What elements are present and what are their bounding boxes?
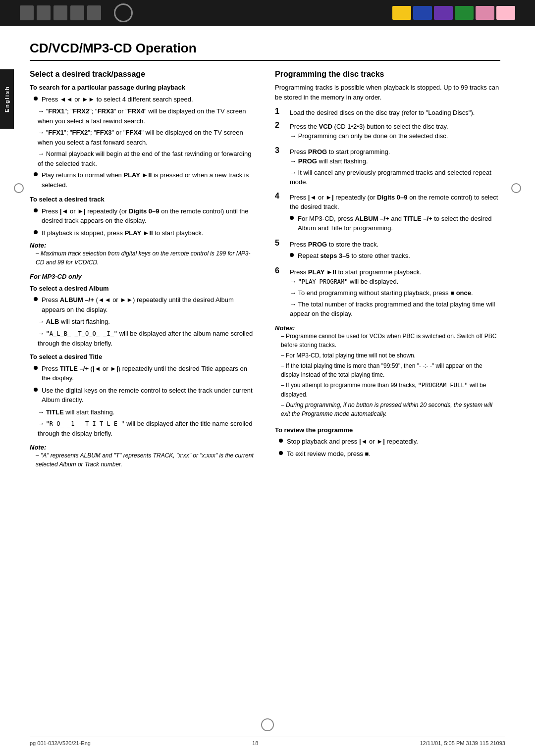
- color-block-yellow: [392, 6, 411, 20]
- step-content-5: Press PROG to store the track. Repeat st…: [290, 240, 500, 263]
- arrow-item: "R̲O̲ ̲1̲ ̲T̲I̲T̲L̲E̲" will be displayed…: [30, 419, 255, 439]
- note-section-mp3: Note: "A" represents ALBUM and "T" repre…: [30, 444, 255, 469]
- arrow-item: → PROG will start flashing.: [290, 156, 500, 166]
- left-section-heading: Select a desired track/passage: [30, 70, 255, 79]
- page-title: CD/VCD/MP3-CD Operation: [30, 41, 500, 61]
- step-content-1: Load the desired discs on the disc tray …: [290, 108, 500, 118]
- list-item: Use the digital keys on the remote contr…: [30, 386, 255, 405]
- step-content-6: Press PLAY ►II to start programme playba…: [290, 267, 500, 320]
- header-block-1: [20, 5, 34, 20]
- color-block-purple: [434, 6, 453, 20]
- list-item: Stop playback and press |◄ or ►| repeate…: [275, 437, 500, 447]
- footer-left: pg 001-032/V520/21-Eng: [30, 740, 91, 746]
- mp3cd-label: For MP3-CD only: [30, 272, 255, 282]
- step-num-2: 2: [275, 121, 287, 130]
- note-dash: If the total playing time is more than "…: [275, 361, 500, 379]
- header-block-4: [70, 5, 84, 20]
- arrow-item: → The total number of tracks programmed …: [290, 300, 500, 319]
- review-heading: To review the programme: [275, 425, 500, 435]
- list-item: Play returns to normal when PLAY ►II is …: [30, 170, 255, 190]
- select-title-heading: To select a desired Title: [30, 352, 255, 362]
- step-num-1: 1: [275, 107, 287, 116]
- arrow-item: "FFX1"; "FFX2"; "FFX3" or "FFX4" will be…: [30, 128, 255, 147]
- circle-decoration-left: [14, 183, 24, 193]
- bullet-text: For MP3-CD, press ALBUM –/+ and TITLE –/…: [298, 214, 500, 233]
- two-column-layout: Select a desired track/passage To search…: [30, 70, 500, 473]
- bullet-text: To exit review mode, press ■.: [287, 449, 500, 459]
- select-album-heading: To select a desired Album: [30, 284, 255, 294]
- note-dash-mp3: "A" represents ALBUM and "T" represents …: [30, 451, 255, 469]
- list-item: Press ◄◄ or ►► to select 4 different sea…: [30, 95, 255, 104]
- bullet-text: Press |◄ or ►| repeatedly (or Digits 0–9…: [42, 206, 255, 226]
- footer-right: 12/11/01, 5:05 PM 3139 115 21093: [420, 740, 505, 746]
- header-bar: [0, 0, 535, 26]
- list-item: For MP3-CD, press ALBUM –/+ and TITLE –/…: [290, 214, 500, 233]
- arrow-item: TITLE will start flashing.: [30, 407, 255, 417]
- footer: pg 001-032/V520/21-Eng 18 12/11/01, 5:05…: [30, 737, 505, 746]
- step-num-5: 5: [275, 239, 287, 248]
- arrow-item: → To end programming without starting pl…: [290, 288, 500, 298]
- bullet-dot: [34, 172, 38, 176]
- note-dash: Maximum track selection from digital key…: [30, 249, 255, 267]
- step-4: 4 Press |◄ or ►| repeatedly (or Digits 0…: [275, 193, 500, 236]
- note-dash: During programming, if no button is pres…: [275, 401, 500, 418]
- subsection-mp3cd: For MP3-CD only To select a desired Albu…: [30, 272, 255, 469]
- right-column: Programming the disc tracks Programming …: [275, 70, 500, 473]
- bullet-dot: [34, 297, 38, 301]
- bullet-text: Press ◄◄ or ►► to select 4 different sea…: [42, 95, 255, 104]
- bullet-text: Use the digital keys on the remote contr…: [42, 386, 255, 405]
- bullet-dot: [34, 366, 38, 370]
- step-2: 2 Press the VCD (CD 1•2•3) button to sel…: [275, 122, 500, 143]
- header-circle: [114, 3, 133, 22]
- color-block-pink: [476, 6, 494, 20]
- bullet-dot: [290, 216, 294, 220]
- step-3: 3 Press PROG to start programming. → PRO…: [275, 147, 500, 189]
- note-section: Note: Maximum track selection from digit…: [30, 242, 255, 267]
- step-1: 1 Load the desired discs on the disc tra…: [275, 108, 500, 118]
- bullet-text: Press TITLE –/+ (|◄ or ►|) repeatedly un…: [42, 364, 255, 383]
- arrow-item: Normal playback will begin at the end of…: [30, 149, 255, 168]
- left-column: Select a desired track/passage To search…: [30, 70, 255, 473]
- bullet-dot: [279, 439, 283, 443]
- right-notes-section: Notes: Programme cannot be used for VCDs…: [275, 324, 500, 418]
- bullet-dot: [34, 388, 38, 392]
- step-content-3: Press PROG to start programming. → PROG …: [290, 147, 500, 189]
- arrow-item: → It will cancel any previously programm…: [290, 168, 500, 187]
- right-section-intro: Programming tracks is possible when play…: [275, 83, 500, 102]
- header-block-5: [87, 5, 101, 20]
- color-block-green: [455, 6, 474, 20]
- bullet-dot: [290, 253, 294, 257]
- subsection-track-heading: To select a desired track: [30, 195, 255, 204]
- arrow-item: "A̲L̲B̲ ̲T̲O̲O̲ ̲I̲" will be displayed a…: [30, 329, 255, 349]
- bullet-text: Repeat steps 3–5 to store other tracks.: [298, 251, 500, 261]
- bullet-text: Stop playback and press |◄ or ►| repeate…: [287, 437, 500, 447]
- numbered-steps: 1 Load the desired discs on the disc tra…: [275, 108, 500, 320]
- page-content: CD/VCD/MP3-CD Operation Select a desired…: [0, 31, 535, 488]
- list-item: If playback is stopped, press PLAY ►II t…: [30, 228, 255, 238]
- subsection-search-heading: To search for a particular passage durin…: [30, 83, 255, 93]
- bullet-text: Press ALBUM –/+ (◄◄ or ►►) repeatedly un…: [42, 295, 255, 314]
- header-block-2: [37, 5, 51, 20]
- header-block-3: [54, 5, 67, 20]
- bullet-text: Play returns to normal when PLAY ►II is …: [42, 170, 255, 190]
- right-section-heading: Programming the disc tracks: [275, 70, 500, 79]
- footer-center: 18: [252, 740, 258, 746]
- note-label: Note:: [30, 242, 46, 249]
- note-dash: For MP3-CD, total playing time will not …: [275, 351, 500, 360]
- step-num-3: 3: [275, 146, 287, 155]
- sidebar-english-label: English: [0, 69, 14, 129]
- step-6: 6 Press PLAY ►II to start programme play…: [275, 267, 500, 320]
- color-block-lightpink: [496, 6, 515, 20]
- step-content-2: Press the VCD (CD 1•2•3) button to selec…: [290, 122, 500, 143]
- arrow-item: Programming can only be done on the sele…: [290, 131, 500, 141]
- review-section: To review the programme Stop playback an…: [275, 425, 500, 459]
- arrow-item: "FRX1"; "FRX2"; "FRX3" or "FRX4" will be…: [30, 106, 255, 126]
- note-dash: If you attempt to programme more than 99…: [275, 381, 500, 399]
- arrow-item: → "PLAY PROGRAM" will be displayed.: [290, 277, 500, 287]
- footer-circle-decoration: [261, 718, 274, 731]
- list-item: Repeat steps 3–5 to store other tracks.: [290, 251, 500, 261]
- right-notes-label: Notes:: [275, 324, 295, 332]
- bullet-dot: [34, 230, 38, 234]
- color-block-blue: [413, 6, 432, 20]
- list-item: Press ALBUM –/+ (◄◄ or ►►) repeatedly un…: [30, 295, 255, 314]
